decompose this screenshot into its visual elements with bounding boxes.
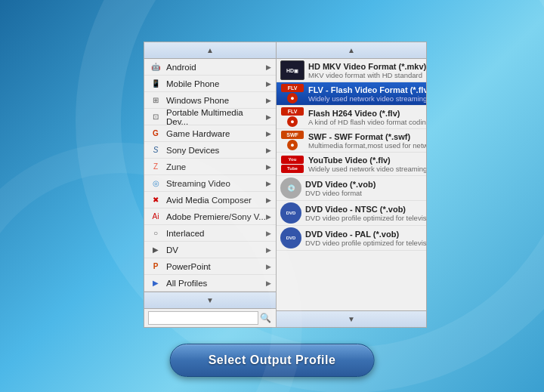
dvd-icon: 💿 bbox=[280, 177, 301, 199]
interlaced-icon: ○ bbox=[149, 227, 162, 240]
right-item-flv-h264[interactable]: FLV ● Flash H264 Video (*.flv) A kind of… bbox=[277, 106, 426, 129]
dvd-ntsc-icon: DVD bbox=[280, 202, 301, 224]
dv-icon: ▶ bbox=[149, 243, 162, 257]
left-item-allprofiles[interactable]: ▶ All Profiles ▶ bbox=[144, 275, 276, 292]
left-item-streaming[interactable]: ◎ Streaming Video ▶ bbox=[144, 175, 276, 192]
down-arrow-icon: ▼ bbox=[206, 296, 214, 304]
left-panel-scroll-down[interactable]: ▼ bbox=[144, 292, 276, 308]
flv-text: FLV - Flash Video Format (*.flv) Widely … bbox=[308, 85, 426, 103]
portable-icon: ⊡ bbox=[149, 110, 162, 124]
swf-text: SWF - SWF Format (*.swf) Multimedia form… bbox=[308, 132, 426, 150]
right-down-arrow-icon: ▼ bbox=[348, 315, 355, 323]
up-arrow-icon: ▲ bbox=[206, 46, 214, 54]
mkv-text: HD MKV Video Format (*.mkv) MKV video fo… bbox=[308, 62, 426, 79]
search-button[interactable]: 🔍 bbox=[258, 313, 273, 323]
left-item-sony[interactable]: S Sony Devices ▶ bbox=[144, 142, 276, 159]
flv-title: FLV - Flash Video Format (*.flv) bbox=[308, 85, 426, 94]
sony-arrow-icon: ▶ bbox=[266, 147, 271, 154]
adobe-label: Adobe Premiere/Sony V... bbox=[166, 212, 266, 221]
dvd-title: DVD Video (*.vob) bbox=[305, 180, 422, 189]
youtube-icon: You Tube bbox=[280, 154, 304, 174]
left-items-list: 🤖 Android ▶ 📱 Mobile Phone ▶ ⊞ Windows P… bbox=[144, 59, 276, 292]
powerpoint-icon: P bbox=[149, 260, 162, 273]
portable-label: Portable Multimedia Dev... bbox=[166, 108, 266, 126]
mkv-desc: MKV video format with HD standard bbox=[308, 71, 426, 79]
allprofiles-label: All Profiles bbox=[166, 279, 266, 288]
dv-label: DV bbox=[166, 245, 266, 255]
left-item-dv[interactable]: ▶ DV ▶ bbox=[144, 242, 276, 258]
select-output-button[interactable]: Select Output Profile bbox=[170, 344, 375, 377]
swf-title: SWF - SWF Format (*.swf) bbox=[308, 132, 426, 141]
dvd-desc: DVD video format bbox=[305, 189, 422, 197]
right-panel-scroll-up[interactable]: ▲ bbox=[277, 42, 426, 59]
bottom-button-container: Select Output Profile bbox=[170, 344, 375, 377]
right-up-arrow-icon: ▲ bbox=[348, 46, 355, 54]
powerpoint-label: PowerPoint bbox=[166, 262, 266, 271]
zune-arrow-icon: ▶ bbox=[266, 163, 271, 171]
allprofiles-icon: ▶ bbox=[149, 276, 162, 290]
dvd-pal-desc: DVD video profile optimized for televisi… bbox=[305, 239, 426, 247]
left-item-avid[interactable]: ✖ Avid Media Composer ▶ bbox=[144, 192, 276, 208]
left-item-portable[interactable]: ⊡ Portable Multimedia Dev... ▶ bbox=[144, 109, 276, 125]
dvd-ntsc-desc: DVD video profile optimized for televisi… bbox=[305, 214, 426, 222]
interlaced-label: Interlaced bbox=[166, 229, 266, 238]
left-item-interlaced[interactable]: ○ Interlaced ▶ bbox=[144, 225, 276, 242]
powerpoint-arrow-icon: ▶ bbox=[266, 263, 271, 270]
mkv-icon: HD▣ bbox=[280, 60, 304, 80]
flv-desc: Widely used network video streaming medi… bbox=[308, 94, 426, 103]
right-item-flv[interactable]: FLV ● FLV - Flash Video Format (*.flv) W… bbox=[277, 82, 426, 106]
zune-label: Zune bbox=[166, 162, 266, 171]
interlaced-arrow-icon: ▶ bbox=[266, 230, 271, 237]
right-item-dvd[interactable]: 💿 DVD Video (*.vob) DVD video format bbox=[277, 176, 426, 201]
right-item-mkv[interactable]: HD▣ HD MKV Video Format (*.mkv) MKV vide… bbox=[277, 59, 426, 82]
android-label: Android bbox=[166, 63, 266, 72]
windows-phone-label: Windows Phone bbox=[166, 96, 266, 105]
game-arrow-icon: ▶ bbox=[266, 130, 271, 137]
right-item-dvd-pal[interactable]: DVD DVD Video - PAL (*.vob) DVD video pr… bbox=[277, 226, 426, 251]
streaming-icon: ◎ bbox=[149, 177, 162, 190]
dvd-text: DVD Video (*.vob) DVD video format bbox=[305, 180, 422, 197]
sony-icon: S bbox=[149, 144, 162, 157]
mobile-icon: 📱 bbox=[149, 77, 162, 91]
android-arrow-icon: ▶ bbox=[266, 63, 271, 71]
right-panel-scroll-down[interactable]: ▼ bbox=[277, 310, 426, 327]
swf-desc: Multimedia format,most used for network … bbox=[308, 141, 426, 150]
left-item-adobe[interactable]: Ai Adobe Premiere/Sony V... ▶ bbox=[144, 208, 276, 225]
flv-icon: FLV ● bbox=[280, 84, 304, 103]
right-items-list: HD▣ HD MKV Video Format (*.mkv) MKV vide… bbox=[277, 59, 426, 310]
zune-icon: Z bbox=[149, 160, 162, 174]
main-dialog: ▲ 🤖 Android ▶ 📱 Mobile Phone ▶ ⊞ Windows… bbox=[144, 42, 423, 328]
flv-h264-desc: A kind of HD flash video format coding w… bbox=[308, 118, 426, 126]
youtube-desc: Widely used network video streaming medi… bbox=[308, 165, 426, 173]
dvd-ntsc-title: DVD Video - NTSC (*.vob) bbox=[305, 205, 426, 214]
flv-h264-text: Flash H264 Video (*.flv) A kind of HD fl… bbox=[308, 109, 426, 126]
avid-arrow-icon: ▶ bbox=[266, 196, 271, 204]
youtube-title: YouTube Video (*.flv) bbox=[308, 156, 426, 165]
left-item-zune[interactable]: Z Zune ▶ bbox=[144, 159, 276, 175]
left-item-powerpoint[interactable]: P PowerPoint ▶ bbox=[144, 258, 276, 275]
search-bar: 🔍 bbox=[144, 308, 276, 327]
right-panel: ▲ HD▣ HD MKV Video Format (*.mkv) MKV vi… bbox=[276, 42, 427, 328]
left-panel-scroll-up[interactable]: ▲ bbox=[144, 42, 276, 59]
left-item-mobile[interactable]: 📱 Mobile Phone ▶ bbox=[144, 76, 276, 92]
avid-icon: ✖ bbox=[149, 193, 162, 207]
adobe-arrow-icon: ▶ bbox=[266, 213, 271, 221]
streaming-arrow-icon: ▶ bbox=[266, 180, 271, 187]
windows-phone-arrow-icon: ▶ bbox=[266, 97, 271, 104]
mobile-arrow-icon: ▶ bbox=[266, 80, 271, 88]
mkv-title: HD MKV Video Format (*.mkv) bbox=[308, 62, 426, 71]
right-item-dvd-ntsc[interactable]: DVD DVD Video - NTSC (*.vob) DVD video p… bbox=[277, 201, 426, 226]
mobile-label: Mobile Phone bbox=[166, 79, 266, 88]
left-item-windows-phone[interactable]: ⊞ Windows Phone ▶ bbox=[144, 92, 276, 109]
right-item-youtube[interactable]: You Tube YouTube Video (*.flv) Widely us… bbox=[277, 153, 426, 176]
left-item-android[interactable]: 🤖 Android ▶ bbox=[144, 59, 276, 76]
dv-arrow-icon: ▶ bbox=[266, 246, 271, 254]
left-item-game[interactable]: G Game Hardware ▶ bbox=[144, 125, 276, 142]
search-input[interactable] bbox=[148, 311, 258, 325]
left-panel: ▲ 🤖 Android ▶ 📱 Mobile Phone ▶ ⊞ Windows… bbox=[144, 42, 276, 328]
dvd-ntsc-text: DVD Video - NTSC (*.vob) DVD video profi… bbox=[305, 205, 426, 222]
android-icon: 🤖 bbox=[149, 60, 162, 74]
game-label: Game Hardware bbox=[166, 129, 266, 138]
dvd-pal-icon: DVD bbox=[280, 227, 301, 248]
right-item-swf[interactable]: SWF ● SWF - SWF Format (*.swf) Multimedi… bbox=[277, 129, 426, 153]
